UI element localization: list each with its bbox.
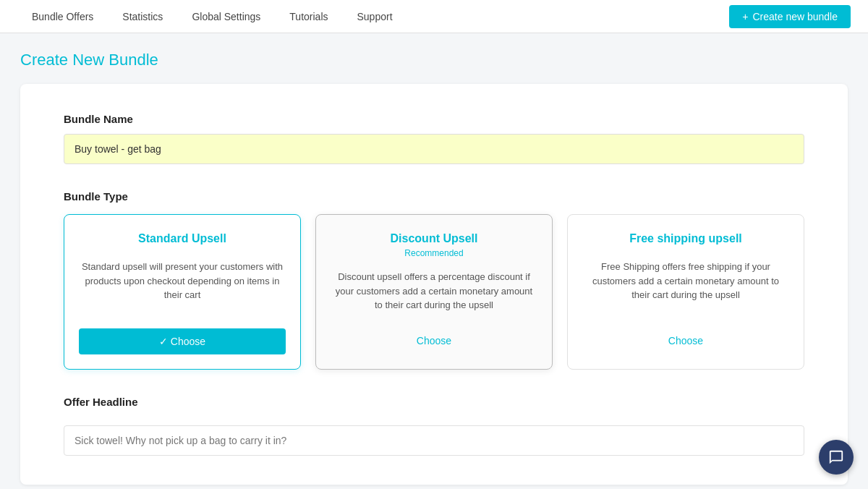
bundle-type-cards: Standard Upsell Standard upsell will pre…	[64, 214, 804, 370]
nav-global-settings[interactable]: Global Settings	[177, 0, 275, 33]
offer-headline-label: Offer Headline	[64, 396, 804, 408]
plus-icon: +	[742, 11, 748, 22]
chat-icon	[828, 449, 844, 465]
bundle-card-discount-recommended: Recommended	[404, 248, 463, 258]
nav-statistics[interactable]: Statistics	[108, 0, 177, 33]
nav-bundle-offers[interactable]: Bundle Offers	[17, 0, 108, 33]
bundle-card-standard-title: Standard Upsell	[138, 232, 226, 245]
offer-headline-input[interactable]	[64, 425, 804, 456]
bundle-card-free-shipping-desc: Free Shipping offers free shipping if yo…	[582, 260, 789, 312]
choose-free-shipping-button[interactable]: Choose	[582, 327, 789, 354]
create-new-bundle-button[interactable]: + Create new bundle	[729, 5, 851, 28]
bundle-card-free-shipping-title: Free shipping upsell	[629, 232, 742, 245]
form-card: Bundle Name Bundle Type Standard Upsell …	[20, 84, 848, 485]
nav-support[interactable]: Support	[343, 0, 407, 33]
page-title: Create New Bundle	[20, 51, 848, 69]
offer-headline-section: Offer Headline	[64, 396, 804, 456]
bundle-name-label: Bundle Name	[64, 113, 804, 125]
nav-items: Bundle Offers Statistics Global Settings…	[17, 0, 729, 33]
bundle-name-section: Bundle Name	[64, 113, 804, 190]
choose-discount-button[interactable]: Choose	[331, 327, 537, 354]
bundle-card-discount-title: Discount Upsell	[391, 232, 478, 245]
chat-widget-button[interactable]	[819, 440, 854, 475]
bundle-card-standard-desc: Standard upsell will present your custom…	[79, 260, 286, 314]
bundle-card-discount[interactable]: Discount Upsell Recommended Discount ups…	[315, 214, 553, 370]
bundle-card-standard[interactable]: Standard Upsell Standard upsell will pre…	[64, 214, 301, 370]
bundle-name-input[interactable]	[64, 134, 804, 164]
bundle-card-free-shipping[interactable]: Free shipping upsell Free Shipping offer…	[567, 214, 804, 370]
create-button-label: Create new bundle	[752, 11, 838, 22]
bundle-type-section: Bundle Type Standard Upsell Standard ups…	[64, 190, 804, 370]
page-content: Create New Bundle Bundle Name Bundle Typ…	[0, 33, 868, 489]
choose-standard-button[interactable]: ✓ Choose	[79, 328, 286, 354]
bundle-type-label: Bundle Type	[64, 190, 804, 203]
navigation: Bundle Offers Statistics Global Settings…	[0, 0, 868, 33]
nav-tutorials[interactable]: Tutorials	[275, 0, 342, 33]
bundle-card-discount-desc: Discount upsell offers a percentage disc…	[331, 270, 537, 312]
